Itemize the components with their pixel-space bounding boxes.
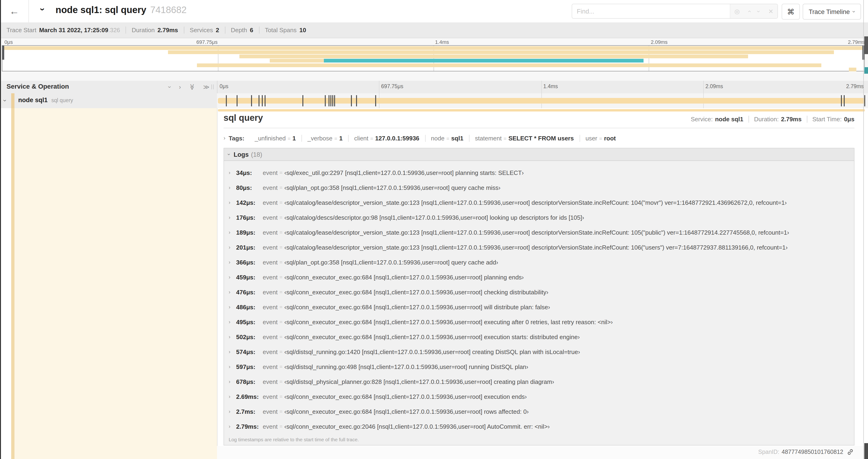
deep-link-icon[interactable] <box>846 448 854 456</box>
log-field-key: event <box>263 333 278 340</box>
log-expand-caret-icon[interactable]: › <box>229 185 236 190</box>
expand-one-icon[interactable]: › <box>179 84 181 91</box>
keyboard-shortcuts-button[interactable]: ⌘ <box>782 4 800 20</box>
summary-label: Trace Start <box>6 27 36 34</box>
log-expand-caret-icon[interactable]: › <box>229 244 236 250</box>
span-duration-bar[interactable] <box>218 98 865 104</box>
log-entry[interactable]: ›502μs:event=‹sql/conn_executor_exec.go:… <box>224 329 854 344</box>
meta-value: 0μs <box>844 116 855 123</box>
log-entry[interactable]: ›486μs:event=‹sql/conn_executor_exec.go:… <box>224 299 854 315</box>
summary-item: Duration2.79ms <box>132 27 178 34</box>
span-row[interactable]: › node sql1 sql query <box>0 93 868 109</box>
span-bar-cell[interactable] <box>217 93 868 108</box>
log-timestamp: 495μs: <box>236 318 259 325</box>
log-entry[interactable]: ›476μs:event=‹sql/conn_executor_exec.go:… <box>224 285 854 299</box>
log-entry[interactable]: ›459μs:event=‹sql/conn_executor_exec.go:… <box>224 270 854 285</box>
summary-label: Services <box>190 27 213 34</box>
log-entry[interactable]: ›176μs:event=‹sql/catalog/descs/descript… <box>224 210 854 225</box>
logs-header[interactable]: › Logs (18) <box>224 148 854 161</box>
tags-expand-caret-icon[interactable]: › <box>223 135 225 141</box>
log-entry[interactable]: ›189μs:event=‹sql/catalog/lease/descript… <box>224 225 854 240</box>
service-color-strip <box>11 93 14 108</box>
meta-label: Service: <box>691 116 713 123</box>
summary-value: March 31 2022, 17:25:09.326 <box>39 27 120 34</box>
log-expand-caret-icon[interactable]: › <box>229 274 236 280</box>
log-timestamp: 459μs: <box>236 273 259 281</box>
equals-sign: = <box>503 135 506 141</box>
collapse-one-icon[interactable]: › <box>166 86 174 88</box>
log-field-value: ‹sql/catalog/lease/descriptor_version_st… <box>284 229 789 236</box>
equals-sign: = <box>280 289 283 295</box>
log-expand-caret-icon[interactable]: › <box>229 230 236 235</box>
log-field-value: ‹sql/distsql_running.go:498 [nsql1,clien… <box>284 363 528 370</box>
axis-tick-label: 2.79ms <box>846 84 864 89</box>
trace-collapse-chevron-icon[interactable]: › <box>37 8 48 11</box>
expand-all-icon[interactable]: ≫ <box>203 84 210 91</box>
log-timestamp: 142μs: <box>236 199 259 206</box>
log-entry[interactable]: ›201μs:event=‹sql/catalog/lease/descript… <box>224 240 854 255</box>
log-entry[interactable]: ›495μs:event=‹sql/conn_executor_exec.go:… <box>224 315 854 329</box>
minimap-canvas[interactable] <box>2 45 865 71</box>
log-timestamp: 366μs: <box>236 259 259 266</box>
log-field-value: ‹sql/catalog/lease/descriptor_version_st… <box>284 244 788 251</box>
log-expand-caret-icon[interactable]: › <box>229 408 236 414</box>
log-field-key: event <box>263 289 278 296</box>
log-expand-caret-icon[interactable]: › <box>229 379 236 384</box>
log-field-value: ‹sql/exec_util.go:2297 [nsql1,client=127… <box>284 169 524 176</box>
log-entry[interactable]: ›678μs:event=‹sql/distsql_physical_plann… <box>224 374 854 389</box>
find-input[interactable] <box>572 4 730 18</box>
log-expand-caret-icon[interactable]: › <box>229 259 236 265</box>
log-expand-caret-icon[interactable]: › <box>229 200 236 205</box>
axis-tick-label: 0μs <box>220 84 228 89</box>
find-next-icon[interactable]: › <box>755 10 763 12</box>
log-entry[interactable]: ›2.7ms:event=‹sql/conn_executor_exec.go:… <box>224 404 854 419</box>
span-detail-panel: sql query Service:node sql1Duration:2.79… <box>223 113 855 446</box>
equals-sign: = <box>280 274 283 280</box>
tags-row[interactable]: › Tags: _unfinished=1_verbose=1client=12… <box>223 132 855 144</box>
tag-key: user <box>585 135 597 141</box>
tag-value: 1 <box>339 135 343 141</box>
log-entry[interactable]: ›142μs:event=‹sql/catalog/lease/descript… <box>224 195 854 210</box>
log-entry[interactable]: ›2.79ms:event=‹sql/conn_executor_exec.go… <box>224 419 854 434</box>
find-clear-icon[interactable]: ✕ <box>768 8 774 15</box>
axis-tick-label: 1.4ms <box>543 84 558 89</box>
trace-view-dropdown[interactable]: Trace Timeline › <box>803 4 861 20</box>
log-expand-caret-icon[interactable]: › <box>229 394 236 399</box>
find-prev-icon[interactable]: › <box>745 10 752 12</box>
log-entry[interactable]: ›366μs:event=‹sql/plan_opt.go:358 [nsql1… <box>224 255 854 270</box>
log-expand-caret-icon[interactable]: › <box>229 304 236 310</box>
log-timestamp: 486μs: <box>236 303 259 310</box>
minimap-span-bar <box>239 55 748 58</box>
equals-sign: = <box>280 379 283 384</box>
log-entry[interactable]: ›574μs:event=‹sql/distsql_running.go:142… <box>224 344 854 359</box>
log-marker-tick <box>332 95 333 106</box>
equals-sign: = <box>280 408 283 414</box>
log-expand-caret-icon[interactable]: › <box>229 215 236 220</box>
minimap-tick-label: 0μs <box>4 39 13 45</box>
trace-id: 7418682 <box>150 5 187 15</box>
collapse-all-icon[interactable]: ≫ <box>189 84 195 90</box>
meta-value: 2.79ms <box>781 116 802 123</box>
log-entry[interactable]: ›80μs:event=‹sql/plan_opt.go:358 [nsql1,… <box>224 180 854 195</box>
column-resizer-handle[interactable]: || <box>211 84 214 89</box>
locate-icon[interactable]: ◎ <box>735 8 740 15</box>
log-expand-caret-icon[interactable]: › <box>229 334 236 339</box>
log-expand-caret-icon[interactable]: › <box>229 170 236 175</box>
minimap-scrubber-left-handle[interactable] <box>2 46 4 60</box>
equals-sign: = <box>280 170 283 175</box>
log-expand-caret-icon[interactable]: › <box>229 349 236 355</box>
log-expand-caret-icon[interactable]: › <box>229 424 236 429</box>
back-button[interactable]: ← <box>0 0 29 22</box>
log-marker-tick <box>331 95 331 106</box>
log-expand-caret-icon[interactable]: › <box>229 364 236 369</box>
log-expand-caret-icon[interactable]: › <box>229 319 236 325</box>
log-expand-caret-icon[interactable]: › <box>229 289 236 295</box>
log-entry[interactable]: ›597μs:event=‹sql/distsql_running.go:498… <box>224 359 854 374</box>
scrollbar-thumb[interactable] <box>864 36 868 54</box>
span-name-cell[interactable]: › node sql1 sql query <box>0 93 217 108</box>
log-entry[interactable]: ›34μs:event=‹sql/exec_util.go:2297 [nsql… <box>224 165 854 180</box>
logs-collapse-caret-icon[interactable]: › <box>226 154 232 155</box>
log-field-value: ‹sql/catalog/descs/descriptor.go:98 [nsq… <box>284 214 584 221</box>
log-entry[interactable]: ›2.69ms:event=‹sql/conn_executor_exec.go… <box>224 389 854 404</box>
span-expand-chevron-icon[interactable]: › <box>2 100 9 102</box>
